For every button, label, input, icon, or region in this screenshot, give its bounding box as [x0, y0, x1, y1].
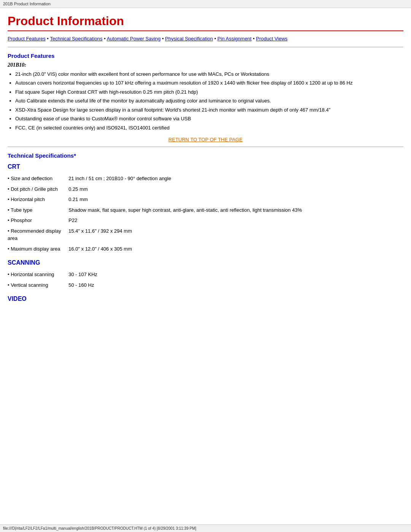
- list-item: Autoscan covers horizontal frequencies u…: [15, 79, 403, 87]
- table-row: • Dot pitch / Grille pitch 0.25 mm: [8, 184, 403, 195]
- crt-section-title: CRT: [8, 163, 403, 170]
- browser-tab: 201B Product Information: [0, 0, 411, 8]
- spec-label: • Maximum display area: [8, 244, 68, 254]
- spec-value: 0.25 mm: [68, 184, 403, 195]
- spec-value: 30 - 107 KHz: [68, 269, 403, 280]
- spec-label: • Tube type: [8, 205, 68, 216]
- tech-specs-title: Technical Specifications*: [8, 152, 403, 159]
- spec-value: 0.21 mm: [68, 194, 403, 205]
- return-to-top-link[interactable]: RETURN TO TOP OF THE PAGE: [169, 137, 243, 142]
- table-row: • Horizontal pitch 0.21 mm: [8, 194, 403, 205]
- nav-separator-3: •: [162, 36, 165, 42]
- product-features-subsection: 201B10:: [8, 62, 403, 68]
- video-section-title: VIDEO: [8, 296, 403, 302]
- spec-value: 50 - 160 Hz: [68, 280, 403, 291]
- spec-value: 15.4" x 11.6" / 392 x 294 mm: [68, 226, 403, 244]
- table-row: • Tube type Shadow mask, flat square, su…: [8, 205, 403, 216]
- table-row: • Horizontal scanning 30 - 107 KHz: [8, 269, 403, 280]
- list-item: Auto Calibrate extends the useful life o…: [15, 97, 403, 105]
- spec-label: • Horizontal scanning: [8, 269, 68, 280]
- list-item: Outstanding ease of use thanks to CustoM…: [15, 115, 403, 123]
- nav-link-physical-spec[interactable]: Physical Specification: [165, 36, 213, 42]
- product-features-section: Product Features 201B10: 21-inch (20.0" …: [8, 53, 403, 143]
- table-row: • Recommended display area 15.4" x 11.6"…: [8, 226, 403, 244]
- nav-links: Product Features • Technical Specificati…: [8, 35, 403, 43]
- spec-label: • Horizontal pitch: [8, 194, 68, 205]
- spec-label: • Dot pitch / Grille pitch: [8, 184, 68, 195]
- return-link-container: RETURN TO TOP OF THE PAGE: [8, 137, 403, 143]
- nav-link-product-features[interactable]: Product Features: [8, 36, 46, 42]
- divider-after-features: [8, 147, 403, 147]
- spec-label: • Vertical scanning: [8, 280, 68, 291]
- spec-value: Shadow mask, flat square, super high con…: [68, 205, 403, 216]
- nav-link-pin-assignment[interactable]: Pin Assignment: [217, 36, 252, 42]
- table-row: • Vertical scanning 50 - 160 Hz: [8, 280, 403, 291]
- spec-label: • Size and deflection: [8, 173, 68, 184]
- tech-specs-section: Technical Specifications* CRT • Size and…: [8, 152, 403, 302]
- nav-separator-5: •: [253, 36, 256, 42]
- browser-tab-title: 201B Product Information: [3, 2, 51, 6]
- list-item: 21-inch (20.0" VIS) color monitor with e…: [15, 70, 403, 78]
- product-features-list: 21-inch (20.0" VIS) color monitor with e…: [15, 70, 403, 132]
- table-row: • Maximum display area 16.0" x 12.0" / 4…: [8, 244, 403, 254]
- page-title: Product Information: [8, 14, 403, 31]
- scanning-section-title: SCANNING: [8, 259, 403, 266]
- spec-value: 16.0" x 12.0" / 406 x 305 mm: [68, 244, 403, 254]
- scanning-table: • Horizontal scanning 30 - 107 KHz • Ver…: [8, 269, 403, 290]
- nav-link-auto-power[interactable]: Automatic Power Saving: [107, 36, 161, 42]
- table-row: • Phosphor P22: [8, 215, 403, 226]
- list-item: XSD-Xtra Space Design for large screen d…: [15, 106, 403, 114]
- divider-after-nav: [8, 47, 403, 47]
- spec-value: 21 inch / 51 cm ; 201B10 - 90° deflectio…: [68, 173, 403, 184]
- spec-label: • Recommended display area: [8, 226, 68, 244]
- crt-table: • Size and deflection 21 inch / 51 cm ; …: [8, 173, 403, 254]
- list-item: Flat square Super High Contrast CRT with…: [15, 88, 403, 96]
- nav-link-product-views[interactable]: Product Views: [256, 36, 288, 42]
- list-item: FCC, CE (in selected countries only) and…: [15, 124, 403, 132]
- table-row: • Size and deflection 21 inch / 51 cm ; …: [8, 173, 403, 184]
- product-features-title: Product Features: [8, 53, 403, 59]
- nav-link-tech-specs[interactable]: Technical Specifications: [50, 36, 102, 42]
- spec-value: P22: [68, 215, 403, 226]
- spec-label: • Phosphor: [8, 215, 68, 226]
